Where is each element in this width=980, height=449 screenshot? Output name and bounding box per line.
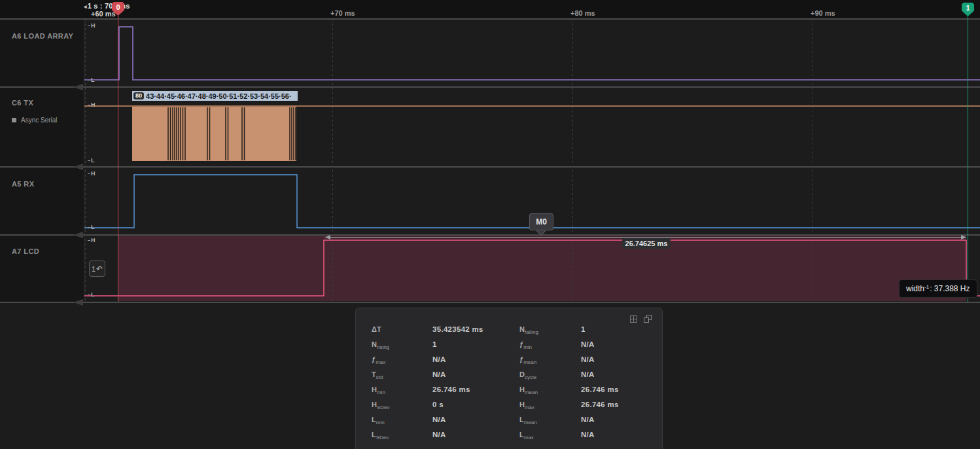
measurement-value: N/A xyxy=(581,431,595,439)
measurement-label: Lmean xyxy=(519,416,537,425)
measurement-value: N/A xyxy=(432,370,446,378)
scale-low-label: L xyxy=(88,77,95,83)
add-to-table-icon[interactable] xyxy=(630,315,637,323)
scale-high-label: H xyxy=(88,237,96,243)
scale-high-label: H xyxy=(88,101,96,108)
timeline-tick: +80 ms xyxy=(570,9,595,17)
framing-byte-badge: 80 xyxy=(133,92,144,99)
measurement-label: HSDev xyxy=(372,401,390,410)
digital-waveform xyxy=(84,27,980,80)
measurement-label: Lmax xyxy=(519,431,534,440)
channel-label-a7-lcd[interactable]: A7 LCD xyxy=(12,247,39,255)
measurement-value: N/A xyxy=(581,370,595,378)
measurement-region-fill xyxy=(118,236,966,301)
measurement-label: Hmean xyxy=(519,386,538,395)
measurement-value: N/A xyxy=(432,355,446,363)
serial-byte-values: 43·44·45·46·47·48·49·50·51·52·53·54·55·5… xyxy=(146,92,292,100)
measurement-value: 0 s xyxy=(432,401,444,408)
measurement-value: N/A xyxy=(581,355,595,363)
width-frequency-tooltip: width-1: 37.388 Hz xyxy=(899,279,977,298)
measurement-value: 26.746 ms xyxy=(581,386,619,393)
undo-arrow-icon: ↶ xyxy=(96,264,103,274)
channel-label-a6-load-array[interactable]: A6 LOAD ARRAY xyxy=(12,32,73,40)
measurement-label: ΔT xyxy=(372,325,381,335)
analyzer-bullet-icon xyxy=(12,118,16,122)
channel-label-a5-rx[interactable]: A5 RX xyxy=(12,180,34,188)
measurement-label: Hmax xyxy=(519,401,534,410)
timeline-tick-origin: +60 ms xyxy=(91,10,116,18)
scale-low-label: L xyxy=(88,291,95,298)
measurement-details-panel: ΔT35.423542 msNfalling1Nrising1ƒminN/Aƒm… xyxy=(355,308,663,449)
measurement-label: ƒmean xyxy=(519,355,536,365)
async-serial-annotation-bar: 80 43·44·45·46·47·48·49·50·51·52·53·54·5… xyxy=(132,91,298,101)
measurement-label: Nrising xyxy=(372,340,389,350)
scale-high-label: H xyxy=(88,170,96,177)
channel-label-c6-tx[interactable]: C6 TX xyxy=(12,99,33,107)
logic-analyzer-capture-view: ◂1 s : 700 ms +60 ms +70 ms+80 ms+90 ms … xyxy=(0,0,980,449)
left-arrow-icon: ◂ xyxy=(84,3,87,10)
measurement-value: 26.746 ms xyxy=(581,401,619,408)
timeline-tick: +90 ms xyxy=(811,9,835,17)
serial-burst-block xyxy=(132,107,296,161)
measurement-value: 26.746 ms xyxy=(432,386,470,393)
timeline-tick: +70 ms xyxy=(330,9,355,17)
measurement-label: ƒmax xyxy=(372,355,385,365)
measurement-label: Tstd xyxy=(372,370,383,380)
measurement-value: N/A xyxy=(581,416,595,423)
measurement-label: Hmin xyxy=(372,386,385,395)
measurement-label: Lmin xyxy=(372,416,385,425)
measurement-label: Nfalling xyxy=(519,325,538,335)
scale-low-label: L xyxy=(88,157,95,164)
jump-to-edge-button[interactable]: 1 ↶ xyxy=(89,260,105,277)
measurement-label: ƒmin xyxy=(519,340,532,350)
copy-icon[interactable] xyxy=(644,315,652,323)
measurement-label: LSDev xyxy=(372,431,389,440)
measurement-value: 35.423542 ms xyxy=(432,325,483,333)
measurement-value: 1 xyxy=(432,340,437,348)
m0-marker-tag[interactable]: M0 xyxy=(529,213,553,230)
analyzer-label[interactable]: Async Serial xyxy=(12,117,58,124)
scale-low-label: L xyxy=(88,224,95,230)
measurement-value: N/A xyxy=(581,340,595,348)
measurement-value: N/A xyxy=(432,431,446,439)
scale-high-label: H xyxy=(88,22,96,29)
measurement-value: N/A xyxy=(432,416,446,423)
measurement-value: 1 xyxy=(581,325,586,333)
pulse-width-measurement-badge[interactable]: 26.74625 ms xyxy=(622,238,671,249)
measurement-label: Dcycle xyxy=(519,370,536,380)
